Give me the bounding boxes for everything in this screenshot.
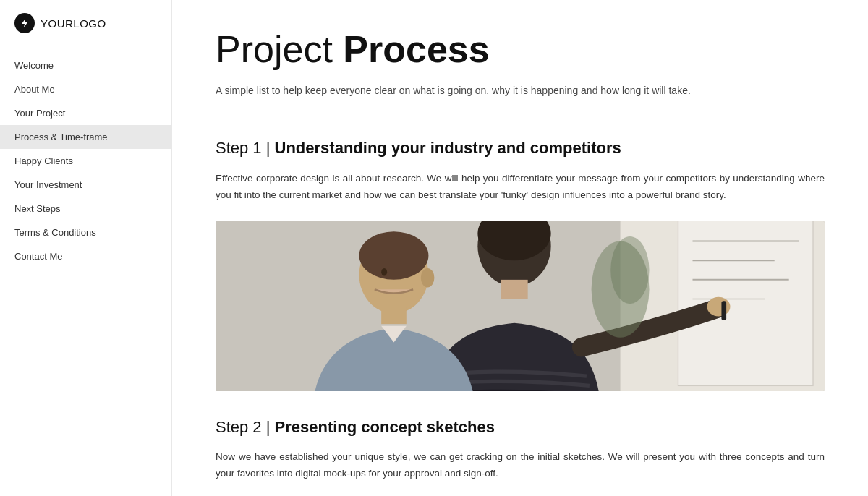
svg-point-16 [707,296,730,316]
page-title-bold: Process [343,28,489,70]
sidebar-item-about-me[interactable]: About Me [0,77,171,101]
logo-bold-text: LOGO [73,17,106,30]
step2-prefix: Step 2 | [216,418,275,436]
logo-light-text: YOUR [41,17,73,30]
logo-area: YOURLOGO [0,0,171,46]
svg-rect-3 [678,221,813,385]
page-subtitle: A simple list to help keep everyone clea… [216,83,825,98]
svg-point-12 [359,231,429,280]
step1-heading-bold: Understanding your industry and competit… [275,139,621,157]
step1-body: Effective corporate design is all about … [216,171,825,204]
sidebar-item-welcome[interactable]: Welcome [0,54,171,77]
step2-heading-bold: Presenting concept sketches [275,418,495,436]
svg-point-15 [381,268,387,276]
sidebar-item-next-steps[interactable]: Next Steps [0,197,171,221]
sidebar-item-terms-conditions[interactable]: Terms & Conditions [0,221,171,244]
logo-icon [14,13,35,33]
sidebar-item-your-investment[interactable]: Your Investment [0,173,171,197]
step2-section: Step 2 | Presenting concept sketches Now… [216,417,825,482]
sidebar-nav: Welcome About Me Your Project Process & … [0,46,171,275]
svg-rect-14 [381,307,407,324]
step1-image [216,221,825,391]
main-content: Project Process A simple list to help ke… [172,0,868,496]
sidebar-item-happy-clients[interactable]: Happy Clients [0,149,171,173]
step2-body: Now we have established your unique styl… [216,449,825,482]
page-title-light: Project [216,28,333,70]
section-divider [216,116,825,116]
svg-rect-10 [501,280,527,299]
page-title: Project Process [216,29,825,70]
step2-heading: Step 2 | Presenting concept sketches [216,417,825,438]
svg-point-19 [610,236,649,304]
sidebar: YOURLOGO Welcome About Me Your Project P… [0,0,172,496]
sidebar-item-process-timeframe[interactable]: Process & Time-frame [0,125,171,149]
svg-point-13 [421,268,435,288]
step1-heading: Step 1 | Understanding your industry and… [216,138,825,159]
sidebar-item-contact-me[interactable]: Contact Me [0,244,171,268]
sidebar-item-your-project[interactable]: Your Project [0,101,171,125]
svg-marker-0 [22,19,27,27]
step1-prefix: Step 1 | [216,139,275,157]
svg-rect-17 [721,301,726,320]
logo-text: YOURLOGO [41,17,106,30]
